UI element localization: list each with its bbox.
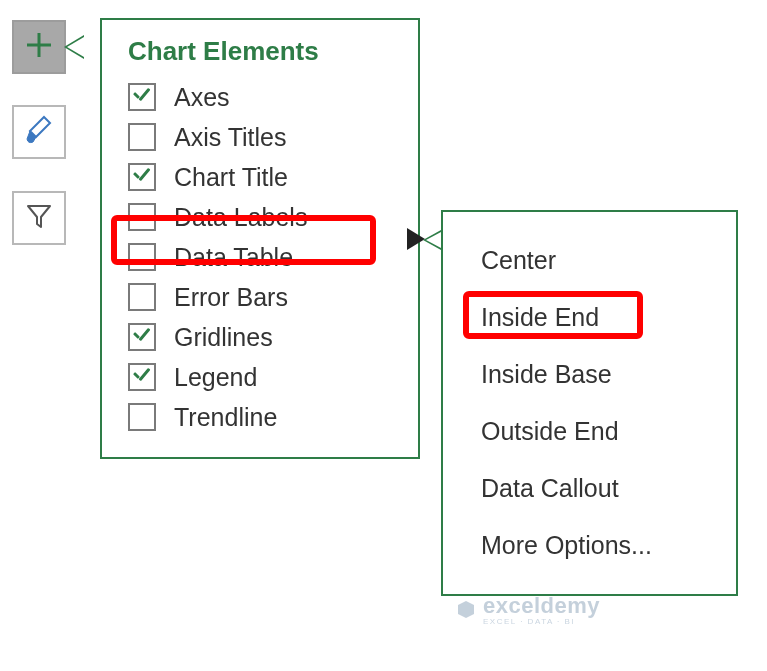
item-label: Legend bbox=[174, 363, 257, 392]
chart-styles-button[interactable] bbox=[12, 105, 66, 159]
checkbox-unchecked-icon[interactable] bbox=[128, 403, 156, 431]
item-label: Data Table bbox=[174, 243, 293, 272]
panel-title: Chart Elements bbox=[102, 36, 418, 77]
plus-icon bbox=[24, 30, 54, 64]
data-labels-submenu: Center Inside End Inside Base Outside En… bbox=[441, 210, 738, 596]
chart-element-item-axes[interactable]: Axes bbox=[102, 77, 418, 117]
chart-element-item-chart-title[interactable]: Chart Title bbox=[102, 157, 418, 197]
item-label: Data Labels bbox=[174, 203, 307, 232]
chart-element-item-data-table[interactable]: Data Table bbox=[102, 237, 418, 277]
watermark-brand: exceldemy bbox=[483, 593, 600, 619]
funnel-icon bbox=[24, 201, 54, 235]
chart-filters-button[interactable] bbox=[12, 191, 66, 245]
item-label: Trendline bbox=[174, 403, 277, 432]
chart-elements-button[interactable] bbox=[12, 20, 66, 74]
checkbox-checked-icon[interactable] bbox=[128, 363, 156, 391]
chart-element-item-gridlines[interactable]: Gridlines bbox=[102, 317, 418, 357]
checkbox-unchecked-icon[interactable] bbox=[128, 203, 156, 231]
watermark-tagline: EXCEL · DATA · BI bbox=[483, 617, 600, 626]
item-label: Axis Titles bbox=[174, 123, 287, 152]
checkbox-checked-icon[interactable] bbox=[128, 83, 156, 111]
item-label: Gridlines bbox=[174, 323, 273, 352]
item-label: Axes bbox=[174, 83, 230, 112]
checkbox-checked-icon[interactable] bbox=[128, 323, 156, 351]
chart-elements-panel: Chart Elements Axes Axis Titles Chart Ti… bbox=[100, 18, 420, 459]
watermark: exceldemy EXCEL · DATA · BI bbox=[455, 593, 600, 626]
chart-element-item-error-bars[interactable]: Error Bars bbox=[102, 277, 418, 317]
submenu-notch bbox=[423, 230, 441, 250]
checkbox-unchecked-icon[interactable] bbox=[128, 283, 156, 311]
submenu-item-inside-end[interactable]: Inside End bbox=[443, 289, 736, 346]
chart-element-item-legend[interactable]: Legend bbox=[102, 357, 418, 397]
checkbox-checked-icon[interactable] bbox=[128, 163, 156, 191]
submenu-item-more-options[interactable]: More Options... bbox=[443, 517, 736, 574]
cube-icon bbox=[455, 599, 477, 621]
checkbox-unchecked-icon[interactable] bbox=[128, 243, 156, 271]
flyout-notch bbox=[64, 35, 84, 59]
item-label: Chart Title bbox=[174, 163, 288, 192]
submenu-item-data-callout[interactable]: Data Callout bbox=[443, 460, 736, 517]
submenu-item-outside-end[interactable]: Outside End bbox=[443, 403, 736, 460]
chart-element-item-trendline[interactable]: Trendline bbox=[102, 397, 418, 437]
chart-element-item-axis-titles[interactable]: Axis Titles bbox=[102, 117, 418, 157]
chart-element-item-data-labels[interactable]: Data Labels bbox=[102, 197, 418, 237]
paintbrush-icon bbox=[22, 113, 56, 151]
submenu-item-inside-base[interactable]: Inside Base bbox=[443, 346, 736, 403]
submenu-item-center[interactable]: Center bbox=[443, 232, 736, 289]
checkbox-unchecked-icon[interactable] bbox=[128, 123, 156, 151]
item-label: Error Bars bbox=[174, 283, 288, 312]
